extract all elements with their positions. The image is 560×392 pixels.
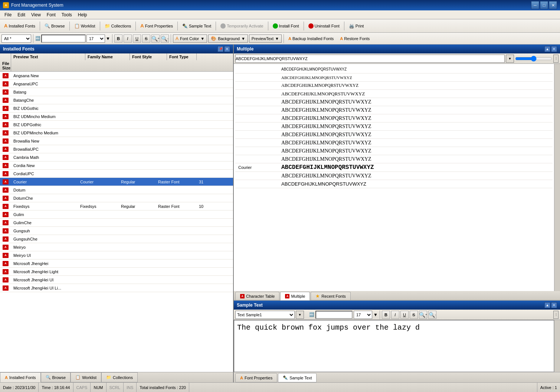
preview-font-row[interactable]: ABCDEFGHIJKLMNOPQRSTUVWXYZ: [235, 172, 553, 180]
font-row[interactable]: A BIZ UDMincho Medium: [0, 112, 233, 121]
temporarily-activate-button[interactable]: Temporarily Activate: [218, 21, 266, 31]
preview-font-row[interactable]: ABCDEFGHIJKLMNOPQRSTUVWXYZ: [235, 131, 553, 139]
sample-select[interactable]: Text Sample1: [235, 311, 295, 319]
zoom-out-button[interactable]: 🔍-: [161, 35, 169, 43]
background-button[interactable]: 🎨 Background ▼: [208, 35, 248, 43]
close-button[interactable]: ✕: [549, 1, 557, 9]
preview-font-row-last[interactable]: ABCDEFGHIJKLMNOPQRSTUVWXYZ: [235, 180, 553, 188]
font-row[interactable]: A GulimChe: [0, 219, 233, 227]
font-row[interactable]: A Dotum: [0, 186, 233, 194]
multiple-close-button[interactable]: ✕: [551, 46, 557, 52]
font-row[interactable]: A Microsoft JhengHei UI Li...: [0, 284, 233, 292]
preview-font-row[interactable]: ABCDEFGHIJKLMNOPQRSTUVWXYZ: [235, 106, 553, 114]
font-row[interactable]: A Microsoft JhengHei UI: [0, 276, 233, 284]
preview-font-row[interactable]: ABCDEFGHIJKLMNOPQRSTUVWXYZ: [235, 82, 553, 90]
filter-combo[interactable]: All *: [1, 35, 31, 43]
maximize-button[interactable]: □: [540, 1, 548, 9]
tab-installed-fonts-bottom[interactable]: A Installed Fonts: [0, 372, 41, 382]
menu-edit[interactable]: Edit: [14, 12, 28, 18]
backup-button[interactable]: A Backup Installed Fonts: [286, 33, 336, 44]
toolbar-dots-button[interactable]: ⋮: [553, 55, 559, 63]
tab-sample-text-right[interactable]: ✒️ Sample Text: [278, 373, 317, 382]
sample-underline-button[interactable]: U: [400, 311, 409, 319]
sample-scrollbar[interactable]: [554, 320, 560, 372]
font-row[interactable]: A Cambria Math: [0, 153, 233, 161]
panel-close-button[interactable]: ✕: [224, 46, 230, 52]
preview-font-row[interactable]: ABCDEFGHIJKLMNOPQRSTUVWXYZ: [235, 147, 553, 155]
size-slider[interactable]: [515, 56, 552, 62]
sample-expand-button[interactable]: ▲: [544, 302, 550, 308]
font-row[interactable]: A BIZ UDPMincho Medium: [0, 129, 233, 137]
font-row[interactable]: A Cordia New: [0, 161, 233, 170]
bold-button[interactable]: B: [114, 35, 122, 43]
font-row[interactable]: A DotumChe: [0, 194, 233, 202]
preview-font-row[interactable]: ABCDEFGHIJKLMNOPQRSTUVWXYZ: [235, 90, 553, 98]
zoom-in-button[interactable]: 🔍+: [151, 35, 160, 43]
sample-italic-button[interactable]: I: [391, 311, 399, 319]
font-row[interactable]: A BIZ UDPGothic: [0, 121, 233, 129]
font-row[interactable]: A Gungsuh: [0, 227, 233, 235]
font-size-select[interactable]: 17: [86, 35, 105, 43]
preview-font-row[interactable]: Courier ABCDEFGHIJKLMNOPQRSTUVWXYZ: [235, 163, 553, 172]
panel-pin-button[interactable]: 📌: [217, 46, 223, 52]
font-row[interactable]: A CordiaUPC: [0, 170, 233, 178]
font-row[interactable]: A Gulim: [0, 210, 233, 219]
preview-font-row[interactable]: ABCDEFGHIJKLMNOPQRSTUVWXYZ: [235, 155, 553, 163]
font-row[interactable]: A AngsanaUPC: [0, 80, 233, 88]
preview-font-row[interactable]: ABCDEFGHIJKLMNOPQRSTUVWXYZ: [235, 65, 553, 74]
uninstall-font-button[interactable]: Uninstall Font: [306, 21, 342, 31]
preview-font-row[interactable]: ABCDEFGHIJKLMNOPQRSTUVWXYZ: [235, 74, 553, 82]
font-row[interactable]: A Batang: [0, 88, 233, 96]
menu-font[interactable]: Font: [44, 12, 59, 18]
preview-font-row[interactable]: ABCDEFGHIJKLMNOPQRSTUVWXYZ: [235, 114, 553, 122]
tab-browse-bottom[interactable]: 🔍 Browse: [41, 372, 71, 382]
font-row[interactable]: A Microsoft JhengHei: [0, 259, 233, 268]
font-color-button[interactable]: A Font Color ▼: [173, 35, 207, 43]
sample-zoom-in-button[interactable]: 🔍+: [419, 311, 427, 319]
multiple-expand-button[interactable]: ▲: [544, 46, 550, 52]
sample-toolbar-dots[interactable]: ⋮: [553, 311, 559, 319]
browse-button[interactable]: 🔍 Browse: [42, 21, 68, 31]
font-row[interactable]: A Browallia New: [0, 137, 233, 145]
tab-multiple[interactable]: A Multiple: [280, 292, 310, 300]
font-row[interactable]: A Fixedsys Fixedsys Regular Raster Font …: [0, 202, 233, 210]
installed-fonts-button[interactable]: A Installed Fonts: [1, 21, 38, 31]
sample-text-button[interactable]: ✒️ Sample Text: [180, 21, 214, 31]
tab-font-properties-right[interactable]: A Font Properties: [235, 373, 277, 382]
tab-collections-bottom[interactable]: 📁 Collections: [101, 372, 138, 382]
preview-font-row[interactable]: ABCDEFGHIJKLMNOPQRSTUVWXYZ: [235, 139, 553, 147]
font-row[interactable]: A BrowalliaUPC: [0, 145, 233, 153]
underline-button[interactable]: U: [133, 35, 141, 43]
menu-tools[interactable]: Tools: [59, 12, 75, 18]
install-font-button[interactable]: Install Font: [270, 21, 302, 31]
preview-text-input[interactable]: [235, 55, 505, 63]
sample-combo-dropdown[interactable]: ▼: [296, 311, 304, 319]
tab-recent-fonts[interactable]: ★ Recent Fonts: [311, 292, 350, 300]
menu-view[interactable]: View: [28, 12, 44, 18]
font-row[interactable]: A Microsoft JhengHei Light: [0, 268, 233, 276]
menu-file[interactable]: File: [1, 12, 14, 18]
font-row[interactable]: A BatangChe: [0, 96, 233, 104]
menu-help[interactable]: Help: [75, 12, 90, 18]
preview-combo-dropdown[interactable]: ▼: [506, 55, 514, 63]
print-button[interactable]: 🖨️ Print: [346, 21, 367, 31]
worklist-button[interactable]: 📋 Worklist: [72, 21, 98, 31]
font-properties-button[interactable]: A Font Properties: [138, 21, 176, 31]
font-row[interactable]: A GungsuhChe: [0, 235, 233, 243]
tab-character-table[interactable]: A Character Table: [235, 292, 279, 300]
preview-text-button[interactable]: PreviewText ▼: [249, 35, 282, 43]
tab-worklist-bottom[interactable]: 📋 Worklist: [71, 372, 101, 382]
strikethrough-button[interactable]: S: [142, 35, 150, 43]
minimize-button[interactable]: ─: [531, 1, 539, 9]
preview-font-row[interactable]: ABCDEFGHIJKLMNOPQRSTUVWXYZ: [235, 98, 553, 106]
preview-font-row[interactable]: ABCDEFGHIJKLMNOPQRSTUVWXYZ: [235, 122, 553, 131]
italic-button[interactable]: I: [124, 35, 132, 43]
font-row[interactable]: A Meiryo: [0, 243, 233, 251]
collections-button[interactable]: 📁 Collections: [102, 21, 134, 31]
sample-close-button[interactable]: ✕: [551, 302, 557, 308]
sample-zoom-out-button[interactable]: 🔍-: [428, 311, 436, 319]
font-row[interactable]: A Angsana New: [0, 72, 233, 80]
sample-bold-button[interactable]: B: [382, 311, 390, 319]
preview-scrollbar[interactable]: [554, 64, 560, 291]
font-row[interactable]: A Courier Courier Regular Raster Font 31: [0, 178, 233, 186]
